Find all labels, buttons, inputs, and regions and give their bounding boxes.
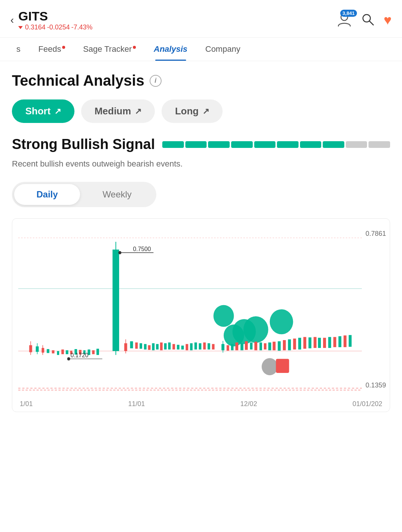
svg-rect-46 [177,345,179,350]
period-short-button[interactable]: Short ↗ [12,99,74,123]
user-count-badge: 3,841 [340,10,357,17]
svg-rect-81 [309,338,312,348]
svg-rect-15 [57,351,59,355]
period-short-arrow-icon: ↗ [54,107,61,116]
svg-rect-16 [61,349,64,354]
header-right: 3,841 ♥ [337,12,392,28]
signal-row: Strong Bullish Signal [12,136,390,152]
ticker-symbol: GITS [18,9,92,23]
svg-text:0.1720: 0.1720 [70,352,88,359]
ticker-change-pct: -7.43% [71,23,92,31]
svg-rect-89 [349,335,352,346]
period-medium-arrow-icon: ↗ [135,107,141,116]
svg-rect-68 [245,341,248,350]
svg-point-59 [270,309,293,334]
svg-rect-82 [313,337,316,348]
chart-price-high: 0.7861 [366,230,386,238]
search-button[interactable] [361,12,375,28]
svg-rect-54 [212,344,214,349]
svg-rect-66 [235,342,238,350]
svg-point-26 [67,357,70,360]
svg-rect-23 [92,350,95,354]
feeds-dot [62,46,65,49]
info-icon-button[interactable]: i [150,75,162,87]
tab-s[interactable]: s [7,38,29,61]
svg-rect-87 [338,336,341,347]
svg-point-1 [363,15,370,22]
svg-rect-73 [268,342,271,350]
svg-point-60 [262,358,278,375]
svg-rect-65 [231,344,234,350]
period-long-button[interactable]: Long ↗ [162,99,223,123]
svg-line-2 [370,21,373,25]
svg-rect-35 [130,341,133,348]
user-icon-button[interactable]: 3,841 [337,12,352,28]
svg-rect-75 [278,341,281,351]
ticker-change-value: -0.0254 [47,23,70,31]
signal-bar [162,141,390,148]
signal-bar-segment [208,141,230,148]
svg-rect-43 [164,343,167,349]
svg-rect-45 [172,344,175,349]
svg-rect-84 [323,338,326,348]
svg-rect-14 [52,350,54,353]
period-medium-button[interactable]: Medium ↗ [81,99,155,123]
svg-rect-78 [293,339,296,349]
signal-bar-segment [162,141,184,148]
back-button[interactable]: ‹ [10,14,14,26]
svg-rect-88 [344,335,347,347]
signal-bar-segment [254,141,276,148]
price-down-arrow-icon [18,26,23,29]
weekly-button[interactable]: Weekly [80,184,154,205]
svg-rect-61 [276,359,289,373]
svg-rect-53 [208,343,210,349]
svg-rect-24 [96,349,99,355]
watchlist-heart-icon[interactable]: ♥ [384,12,392,28]
tab-feeds[interactable]: Feeds [29,38,74,61]
daily-button[interactable]: Daily [14,184,80,205]
svg-rect-36 [135,342,138,349]
svg-rect-64 [227,345,229,351]
date-label-2: 12/02 [240,400,257,408]
period-buttons: Short ↗ Medium ↗ Long ↗ [12,99,390,123]
signal-title: Strong Bullish Signal [12,136,155,152]
svg-rect-49 [190,343,193,350]
page-title: Technical Analysis [12,72,144,89]
svg-rect-77 [288,339,291,350]
svg-point-58 [243,316,268,343]
chart-price-low: 0.1359 [366,381,386,389]
period-medium-label: Medium [95,105,131,117]
date-label-3: 01/01/202 [352,400,382,408]
ticker-price: 0.3164 [25,23,45,31]
signal-bar-segment [346,141,367,148]
svg-rect-42 [160,342,163,350]
page-title-wrap: Technical Analysis i [12,72,390,89]
sage-tracker-dot [133,46,136,49]
svg-rect-69 [250,342,253,349]
svg-point-55 [213,305,234,327]
tab-analysis[interactable]: Analysis [145,38,197,61]
signal-bar-segment [300,141,322,148]
signal-bar-segment [231,141,253,148]
period-long-label: Long [175,105,199,117]
search-icon [361,12,375,26]
chart-svg: 0.1720 0.7500 [18,226,384,406]
svg-rect-40 [152,343,154,350]
period-long-arrow-icon: ↗ [202,107,209,116]
svg-rect-39 [148,345,151,350]
svg-rect-17 [66,350,68,354]
svg-rect-71 [259,342,262,350]
svg-rect-80 [303,337,306,349]
chart-container: 0.7861 0.1359 [12,218,390,412]
tab-sage-tracker[interactable]: Sage Tracker [74,38,145,61]
svg-point-31 [118,251,121,254]
nav-tabs: s Feeds Sage Tracker Analysis Company [0,38,402,61]
svg-rect-51 [199,343,201,349]
tab-company[interactable]: Company [197,38,249,61]
signal-bar-segment [185,141,207,148]
signal-bar-segment [277,141,299,148]
svg-rect-67 [240,343,243,350]
date-label-0: 1/01 [20,400,33,408]
chart-date-labels: 1/01 11/01 12/02 01/01/202 [12,400,390,408]
svg-rect-79 [298,338,301,349]
